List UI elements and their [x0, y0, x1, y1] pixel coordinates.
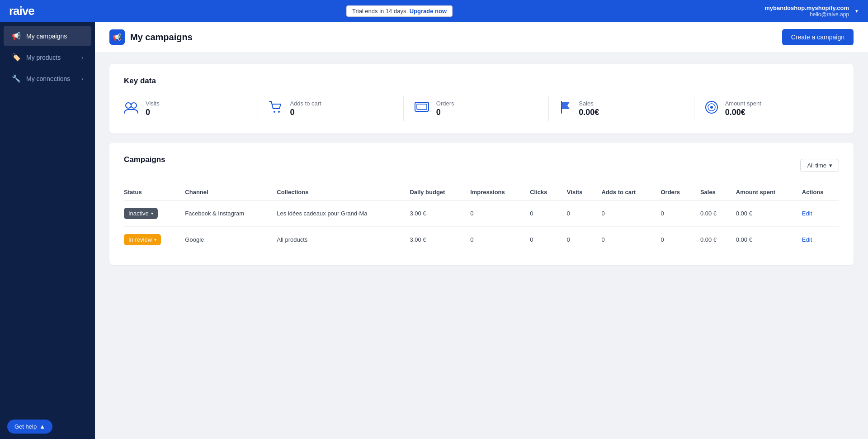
metric-sales: Sales 0.00€ — [549, 96, 694, 121]
col-status: Status — [124, 184, 179, 200]
row-0-orders: 0 — [655, 200, 694, 227]
sales-value: 0.00€ — [579, 108, 599, 117]
account-email: hello@raive.app — [764, 11, 849, 18]
row-0-impressions: 0 — [465, 200, 524, 227]
edit-button-0[interactable]: Edit — [802, 210, 812, 217]
metric-orders-info: Orders 0 — [436, 100, 454, 117]
row-0-status: Inactive ▾ — [124, 200, 179, 227]
account-info: mybandoshop.myshopify.com hello@raive.ap… — [764, 5, 849, 18]
sales-label: Sales — [579, 100, 599, 107]
page-header-icon: 📢 — [109, 29, 125, 45]
target-icon — [705, 101, 718, 117]
sidebar-item-my-products[interactable]: 🏷️ My products › — [4, 48, 91, 67]
amount-label: Amount spent — [725, 100, 761, 107]
status-badge-0[interactable]: Inactive ▾ — [124, 208, 158, 219]
table-header-row: Campaigns All time ▾ — [124, 155, 839, 175]
logo: raive — [9, 4, 34, 18]
table-row: In review ▾ Google All products 3.00 € 0… — [124, 227, 839, 253]
sidebar-item-my-connections[interactable]: 🔧 My connections › — [4, 69, 91, 88]
visits-label: Visits — [146, 100, 160, 107]
orders-value: 0 — [436, 108, 454, 117]
row-1-daily-budget: 3.00 € — [404, 227, 465, 253]
col-clicks: Clicks — [524, 184, 561, 200]
get-help-label: Get help — [14, 423, 37, 430]
metric-amount-spent: Amount spent 0.00€ — [694, 96, 839, 121]
cart-value: 0 — [290, 108, 321, 117]
row-1-actions: Edit — [797, 227, 839, 253]
visits-value: 0 — [146, 108, 160, 117]
row-0-clicks: 0 — [524, 200, 561, 227]
row-1-adds-to-cart: 0 — [596, 227, 656, 253]
content-area: Key data Visits 0 — [95, 53, 868, 276]
main-content: 📢 My campaigns Create a campaign Key dat… — [95, 22, 868, 439]
row-1-clicks: 0 — [524, 227, 561, 253]
sidebar-item-my-products-label: My products — [26, 54, 61, 61]
row-1-impressions: 0 — [465, 227, 524, 253]
sidebar-item-my-campaigns[interactable]: 📢 My campaigns — [4, 26, 91, 46]
megaphone-icon: 📢 — [12, 32, 21, 40]
get-help-button[interactable]: Get help ▲ — [7, 420, 52, 434]
cart-label: Adds to cart — [290, 100, 321, 107]
row-0-amount-spent: 0.00 € — [731, 200, 797, 227]
svg-point-9 — [710, 106, 713, 109]
amount-value: 0.00€ — [725, 108, 761, 117]
metric-sales-info: Sales 0.00€ — [579, 100, 599, 117]
visits-icon — [124, 101, 138, 117]
puzzle-icon: 🔧 — [12, 74, 21, 83]
trial-text: Trial ends in 14 days. — [352, 8, 408, 14]
tag-icon: 🏷️ — [12, 53, 21, 62]
page-header: 📢 My campaigns Create a campaign — [95, 22, 868, 53]
create-campaign-button[interactable]: Create a campaign — [782, 29, 854, 45]
time-filter-label: All time — [807, 162, 826, 169]
campaigns-title: Campaigns — [124, 155, 165, 164]
row-1-status: In review ▾ — [124, 227, 179, 253]
col-adds-to-cart: Adds to cart — [596, 184, 656, 200]
row-0-sales: 0.00 € — [695, 200, 731, 227]
svg-point-3 — [278, 111, 280, 113]
trial-section: Trial ends in 14 days. Upgrade now — [346, 5, 453, 17]
status-badge-1[interactable]: In review ▾ — [124, 234, 161, 245]
table-row: Inactive ▾ Facebook & Instagram Les idée… — [124, 200, 839, 227]
col-collections: Collections — [271, 184, 404, 200]
account-menu[interactable]: mybandoshop.myshopify.com hello@raive.ap… — [764, 5, 859, 18]
metric-orders: Orders 0 — [404, 96, 549, 121]
time-filter-chevron-icon: ▾ — [829, 162, 832, 169]
campaigns-card: Campaigns All time ▾ Status Channel Coll… — [109, 143, 854, 265]
sidebar-item-my-connections-label: My connections — [26, 75, 70, 82]
svg-point-2 — [274, 111, 275, 113]
app-layout: 📢 My campaigns 🏷️ My products › 🔧 My con… — [0, 22, 868, 439]
metrics-row: Visits 0 Adds to — [124, 96, 839, 121]
flag-icon — [560, 101, 571, 117]
orders-icon — [415, 101, 429, 116]
key-data-title: Key data — [124, 76, 839, 86]
cart-icon — [269, 101, 283, 117]
topbar: raive Trial ends in 14 days. Upgrade now… — [0, 0, 868, 22]
campaigns-megaphone-icon: 📢 — [113, 33, 122, 42]
col-sales: Sales — [695, 184, 731, 200]
row-0-visits: 0 — [561, 200, 596, 227]
row-1-collections: All products — [271, 227, 404, 253]
sidebar-bottom: Get help ▲ — [0, 414, 95, 439]
col-visits: Visits — [561, 184, 596, 200]
store-name: mybandoshop.myshopify.com — [764, 5, 849, 11]
time-filter-button[interactable]: All time ▾ — [800, 159, 839, 172]
col-amount-spent: Amount spent — [731, 184, 797, 200]
row-1-orders: 0 — [655, 227, 694, 253]
upgrade-link[interactable]: Upgrade now — [410, 8, 447, 14]
metric-visits-info: Visits 0 — [146, 100, 160, 117]
key-data-card: Key data Visits 0 — [109, 64, 854, 134]
sidebar-item-my-campaigns-label: My campaigns — [26, 33, 67, 40]
col-channel: Channel — [179, 184, 271, 200]
sidebar: 📢 My campaigns 🏷️ My products › 🔧 My con… — [0, 22, 95, 439]
metric-visits: Visits 0 — [124, 96, 258, 121]
table-header: Status Channel Collections Daily budget … — [124, 184, 839, 200]
chevron-right-icon-2: › — [81, 76, 83, 81]
edit-button-1[interactable]: Edit — [802, 236, 812, 243]
svg-point-1 — [131, 103, 137, 108]
metric-cart-info: Adds to cart 0 — [290, 100, 321, 117]
row-1-channel: Google — [179, 227, 271, 253]
metric-amount-info: Amount spent 0.00€ — [725, 100, 761, 117]
col-daily-budget: Daily budget — [404, 184, 465, 200]
chevron-up-icon: ▲ — [39, 423, 45, 430]
page-header-left: 📢 My campaigns — [109, 29, 193, 45]
